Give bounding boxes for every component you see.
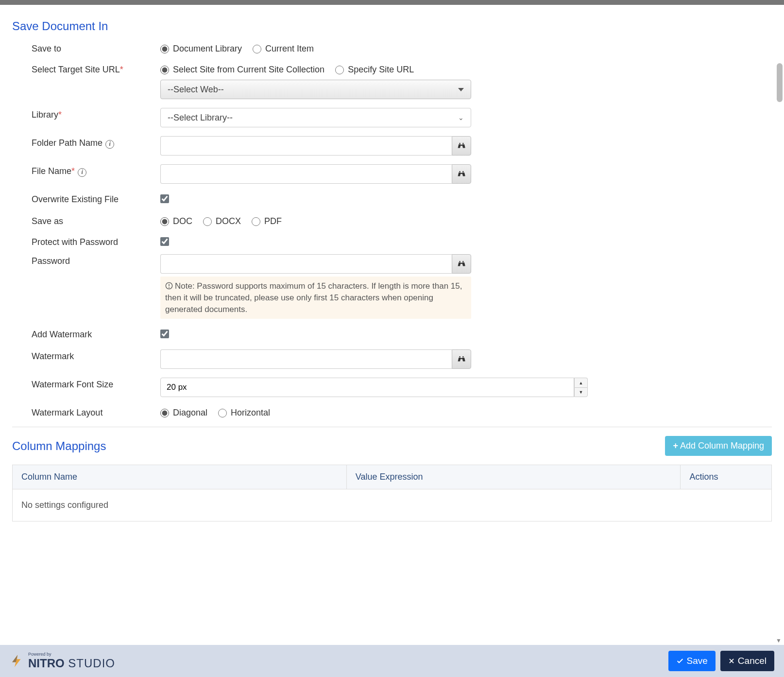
check-icon <box>676 657 684 665</box>
binoculars-icon <box>457 141 466 150</box>
folder-path-input[interactable] <box>160 136 452 156</box>
logo-icon <box>10 654 24 668</box>
overwrite-checkbox[interactable] <box>160 194 169 203</box>
th-column-name: Column Name <box>13 465 347 489</box>
watermark-picker-button[interactable] <box>452 349 471 369</box>
save-button[interactable]: Save <box>668 651 716 671</box>
th-actions: Actions <box>681 465 772 489</box>
scrollbar[interactable]: ▼ <box>777 0 783 643</box>
password-note: Note: Password supports maximum of 15 ch… <box>160 277 471 319</box>
radio-docx[interactable]: DOCX <box>203 216 241 226</box>
section-save-doc-title: Save Document In <box>12 19 772 33</box>
label-save-to: Save to <box>32 42 160 54</box>
radio-document-library[interactable]: Document Library <box>160 44 242 54</box>
cancel-button[interactable]: Cancel <box>720 651 774 671</box>
info-icon[interactable]: i <box>105 140 114 149</box>
scroll-down-icon[interactable]: ▼ <box>776 637 783 644</box>
nitro-studio-logo: Powered by NITRO STUDIO <box>10 652 115 670</box>
add-column-mapping-button[interactable]: +Add Column Mapping <box>665 436 772 456</box>
label-wm-layout: Watermark Layout <box>32 406 160 418</box>
select-web-dropdown[interactable]: --Select Web-- <box>160 80 471 99</box>
radio-specify-url[interactable]: Specify Site URL <box>335 65 414 75</box>
radio-pdf[interactable]: PDF <box>252 216 282 226</box>
section-column-mappings-title: Column Mappings <box>12 439 106 453</box>
label-watermark: Watermark <box>32 349 160 362</box>
radio-doc[interactable]: DOC <box>160 216 192 226</box>
label-folder-path: Folder Path Namei <box>32 136 160 149</box>
label-wm-font-size: Watermark Font Size <box>32 378 160 390</box>
file-name-picker-button[interactable] <box>452 164 471 184</box>
label-target-url: Select Target Site URL* <box>32 63 160 75</box>
scroll-thumb[interactable] <box>777 63 783 102</box>
radio-diagonal[interactable]: Diagonal <box>160 408 207 418</box>
password-input[interactable] <box>160 254 452 274</box>
watermark-input[interactable] <box>160 349 452 369</box>
radio-horizontal[interactable]: Horizontal <box>218 408 270 418</box>
label-overwrite: Overwrite Existing File <box>32 192 160 205</box>
label-password: Password <box>32 254 160 266</box>
font-size-input[interactable] <box>160 378 574 397</box>
label-save-as: Save as <box>32 214 160 226</box>
chevron-down-icon: ⌄ <box>458 114 464 122</box>
select-library-dropdown[interactable]: --Select Library-- ⌄ <box>160 108 471 127</box>
password-picker-button[interactable] <box>452 254 471 274</box>
warning-icon <box>165 282 173 290</box>
font-size-down-button[interactable]: ▼ <box>574 387 588 398</box>
radio-current-item[interactable]: Current Item <box>253 44 314 54</box>
folder-path-picker-button[interactable] <box>452 136 471 156</box>
info-icon[interactable]: i <box>78 168 86 177</box>
footer-bar: Powered by NITRO STUDIO Save Cancel <box>0 645 784 677</box>
close-icon <box>728 658 735 664</box>
binoculars-icon <box>457 355 466 364</box>
column-mappings-table: Column Name Value Expression Actions No … <box>12 465 772 521</box>
binoculars-icon <box>457 170 466 178</box>
caret-down-icon <box>458 88 464 91</box>
label-protect: Protect with Password <box>32 235 160 247</box>
protect-checkbox[interactable] <box>160 237 169 246</box>
binoculars-icon <box>457 260 466 268</box>
file-name-input[interactable] <box>160 164 452 184</box>
radio-select-from-collection[interactable]: Select Site from Current Site Collection <box>160 65 324 75</box>
font-size-up-button[interactable]: ▲ <box>574 378 588 387</box>
label-add-watermark: Add Watermark <box>32 328 160 340</box>
svg-point-2 <box>169 287 170 288</box>
window-top-bar <box>0 0 784 5</box>
section-divider <box>12 427 772 427</box>
table-empty-message: No settings configured <box>13 489 772 521</box>
label-library: Library* <box>32 108 160 120</box>
label-file-name: File Name*i <box>32 164 160 177</box>
th-value-expression: Value Expression <box>346 465 681 489</box>
plus-icon: + <box>673 441 678 451</box>
add-watermark-checkbox[interactable] <box>160 330 169 338</box>
